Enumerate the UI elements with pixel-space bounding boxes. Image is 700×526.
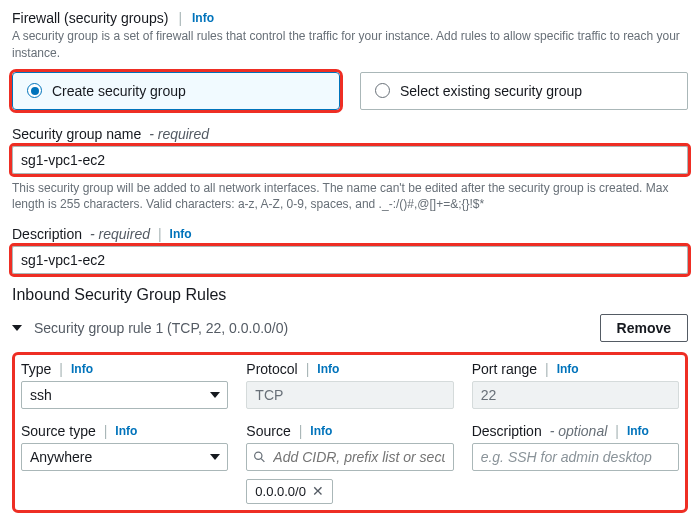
remove-rule-button[interactable]: Remove bbox=[600, 314, 688, 342]
source-cidr-token: 0.0.0.0/0 ✕ bbox=[246, 479, 333, 504]
type-label: Type bbox=[21, 361, 51, 377]
firewall-header: Firewall (security groups) | Info bbox=[12, 10, 688, 26]
sg-mode-radio-group: Create security group Select existing se… bbox=[12, 72, 688, 110]
rule-desc-input[interactable] bbox=[472, 443, 679, 471]
sg-name-label-row: Security group name - required bbox=[12, 126, 688, 142]
rule-body: Type | Info ssh Protocol | Info TCP Port… bbox=[12, 352, 688, 513]
radio-create-label: Create security group bbox=[52, 83, 186, 99]
radio-create-security-group[interactable]: Create security group bbox=[12, 72, 340, 110]
source-label: Source bbox=[246, 423, 290, 439]
type-select[interactable]: ssh bbox=[21, 381, 228, 409]
type-select-value: ssh bbox=[21, 381, 228, 409]
radio-icon bbox=[27, 83, 42, 98]
sg-name-field: Security group name - required bbox=[12, 126, 688, 174]
inbound-rules-title: Inbound Security Group Rules bbox=[12, 286, 688, 304]
radio-select-label: Select existing security group bbox=[400, 83, 582, 99]
port-info-link[interactable]: Info bbox=[557, 362, 579, 376]
firewall-info-link[interactable]: Info bbox=[192, 11, 214, 25]
rule-summary-text: Security group rule 1 (TCP, 22, 0.0.0.0/… bbox=[34, 320, 288, 336]
source-token-text: 0.0.0.0/0 bbox=[255, 484, 306, 499]
rule-desc-optional: - optional bbox=[550, 423, 608, 439]
port-range-readonly: 22 bbox=[472, 381, 679, 409]
source-type-info-link[interactable]: Info bbox=[115, 424, 137, 438]
remove-token-icon[interactable]: ✕ bbox=[312, 484, 324, 498]
sg-desc-label-row: Description - required | Info bbox=[12, 226, 688, 242]
type-info-link[interactable]: Info bbox=[71, 362, 93, 376]
collapse-icon[interactable] bbox=[12, 325, 22, 331]
source-search-input[interactable] bbox=[246, 443, 453, 471]
firewall-help-text: A security group is a set of firewall ru… bbox=[12, 28, 688, 62]
rule-desc-info-link[interactable]: Info bbox=[627, 424, 649, 438]
port-range-label: Port range bbox=[472, 361, 537, 377]
sg-name-input[interactable] bbox=[12, 146, 688, 174]
source-type-value: Anywhere bbox=[21, 443, 228, 471]
radio-select-existing-security-group[interactable]: Select existing security group bbox=[360, 72, 688, 110]
rule-summary-row: Security group rule 1 (TCP, 22, 0.0.0.0/… bbox=[12, 314, 688, 342]
protocol-readonly: TCP bbox=[246, 381, 453, 409]
source-info-link[interactable]: Info bbox=[310, 424, 332, 438]
sg-desc-field: Description - required | Info bbox=[12, 226, 688, 274]
sg-desc-info-link[interactable]: Info bbox=[170, 227, 192, 241]
radio-icon bbox=[375, 83, 390, 98]
protocol-info-link[interactable]: Info bbox=[317, 362, 339, 376]
sg-name-required: - required bbox=[149, 126, 209, 142]
source-type-select[interactable]: Anywhere bbox=[21, 443, 228, 471]
firewall-title: Firewall (security groups) bbox=[12, 10, 168, 26]
sg-name-constraint: This security group will be added to all… bbox=[12, 180, 688, 212]
protocol-label: Protocol bbox=[246, 361, 297, 377]
source-type-label: Source type bbox=[21, 423, 96, 439]
rule-desc-label: Description bbox=[472, 423, 542, 439]
sg-name-label: Security group name bbox=[12, 126, 141, 142]
sg-desc-required: - required bbox=[90, 226, 150, 242]
sg-desc-label: Description bbox=[12, 226, 82, 242]
sg-desc-input[interactable] bbox=[12, 246, 688, 274]
